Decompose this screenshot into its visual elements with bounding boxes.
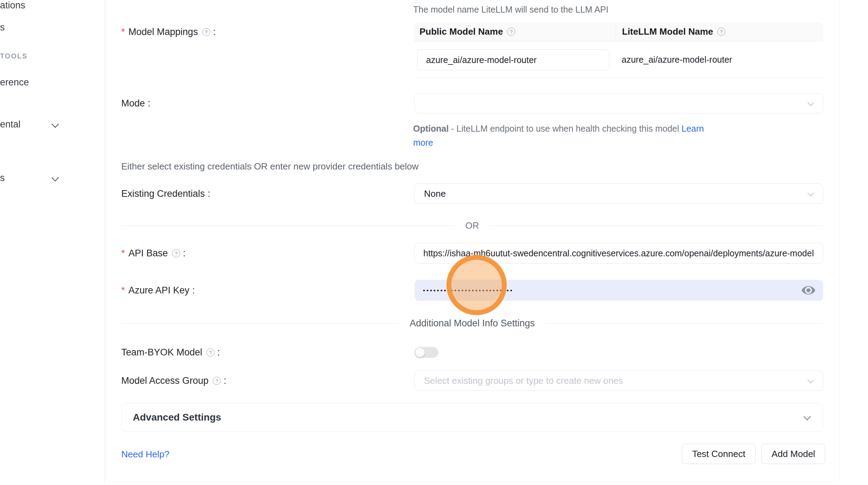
help-icon[interactable] xyxy=(507,28,515,36)
sidebar-section-tools: TOOLS xyxy=(0,51,28,61)
column-header-litellm-model-name: LiteLLM Model Name xyxy=(616,26,725,37)
add-model-button[interactable]: Add Model xyxy=(761,444,825,464)
help-icon[interactable] xyxy=(206,348,214,356)
required-asterisk: * xyxy=(121,248,125,259)
sidebar-section-label: TOOLS xyxy=(0,52,28,60)
chevron-down-icon xyxy=(807,99,814,106)
mode-helper-text: Optional - LiteLLM endpoint to use when … xyxy=(413,122,715,150)
credentials-note: Either select existing credentials OR en… xyxy=(121,161,418,172)
button-label: Add Model xyxy=(772,449,815,459)
help-icon[interactable] xyxy=(717,28,725,36)
model-access-group-label: Model Access Group : xyxy=(121,374,226,388)
label-text: Team-BYOK Model xyxy=(121,347,202,358)
column-divider xyxy=(616,26,616,37)
table-row: azure_ai/azure-model-router xyxy=(414,42,823,78)
label-colon: : xyxy=(183,248,186,259)
or-divider: OR xyxy=(121,220,823,231)
sidebar-item-organizations[interactable]: ations xyxy=(0,0,25,12)
label-colon: : xyxy=(224,375,226,386)
label-text: Existing Credentials xyxy=(121,188,205,199)
chevron-down-icon xyxy=(804,413,811,420)
column-header-public-model-name: Public Model Name xyxy=(414,26,616,37)
chevron-down-icon xyxy=(807,377,814,383)
mode-label: Mode : xyxy=(121,96,150,110)
help-icon[interactable] xyxy=(202,28,210,36)
api-base-input[interactable] xyxy=(415,243,823,264)
sidebar-item-settings[interactable]: s xyxy=(0,172,5,184)
table-header-row: Public Model Name LiteLLM Model Name xyxy=(414,22,823,42)
label-colon: : xyxy=(217,347,220,358)
label-text: Model Access Group xyxy=(121,375,209,386)
helper-text: - LiteLLM endpoint to use when health ch… xyxy=(449,124,681,133)
label-text: API Base xyxy=(129,248,168,259)
label-text: Mode xyxy=(121,98,145,109)
or-divider-text: OR xyxy=(465,220,479,231)
select-value: None xyxy=(424,188,446,199)
litellm-model-name-value: azure_ai/azure-model-router xyxy=(622,55,732,65)
azure-api-key-input[interactable]: •••••••••••••••••••••••••• xyxy=(415,280,823,301)
model-mappings-table: Public Model Name LiteLLM Model Name azu… xyxy=(414,22,823,78)
additional-settings-divider: Additional Model Info Settings xyxy=(121,318,823,328)
sidebar-item-api-reference[interactable]: erence xyxy=(0,76,29,89)
sidebar-item-label: ations xyxy=(0,0,25,11)
need-help-link[interactable]: Need Help? xyxy=(121,449,169,460)
label-colon: : xyxy=(213,27,216,37)
sidebar-item-label: s xyxy=(0,173,5,183)
label-text: Model Mappings xyxy=(129,27,198,37)
toggle-knob xyxy=(415,348,425,357)
button-label: Test Connect xyxy=(692,449,745,459)
team-byok-toggle[interactable] xyxy=(415,347,438,358)
model-access-group-select[interactable]: Select existing groups or type to create… xyxy=(415,370,823,391)
advanced-settings-panel[interactable]: Advanced Settings xyxy=(121,403,823,432)
existing-credentials-select[interactable]: None xyxy=(415,183,823,204)
chevron-down-icon xyxy=(52,120,59,128)
model-name-tooltip: The model name LiteLLM will send to the … xyxy=(413,5,608,15)
api-base-field-wrap xyxy=(415,243,823,264)
existing-credentials-label: Existing Credentials : xyxy=(121,187,210,201)
chevron-down-icon xyxy=(807,190,814,196)
test-connect-button[interactable]: Test Connect xyxy=(682,444,756,464)
help-icon[interactable] xyxy=(213,377,221,385)
helper-bold: Optional xyxy=(413,124,449,133)
model-mappings-label: * Model Mappings : xyxy=(121,25,216,39)
column-header-label: LiteLLM Model Name xyxy=(622,26,713,37)
help-icon[interactable] xyxy=(172,249,180,257)
mode-select[interactable] xyxy=(415,93,823,113)
section-divider-text: Additional Model Info Settings xyxy=(410,318,535,329)
add-model-form-card: The model name LiteLLM will send to the … xyxy=(105,0,840,483)
column-header-label: Public Model Name xyxy=(419,26,503,37)
azure-api-key-label: * Azure API Key : xyxy=(121,283,195,297)
advanced-settings-title: Advanced Settings xyxy=(133,412,804,423)
sidebar: ations s TOOLS erence ental s xyxy=(0,0,105,485)
sidebar-item-label: erence xyxy=(0,77,29,88)
team-byok-label: Team-BYOK Model : xyxy=(121,345,220,359)
chevron-down-icon xyxy=(52,174,59,181)
required-asterisk: * xyxy=(121,285,125,296)
sidebar-item-label: ental xyxy=(0,119,21,130)
label-colon: : xyxy=(148,98,151,109)
sidebar-item-label: s xyxy=(0,22,5,33)
required-asterisk: * xyxy=(121,27,125,37)
label-colon: : xyxy=(192,285,195,296)
label-colon: : xyxy=(208,188,211,199)
select-placeholder: Select existing groups or type to create… xyxy=(424,375,623,386)
label-text: Azure API Key xyxy=(129,285,190,296)
eye-icon[interactable] xyxy=(801,285,815,296)
public-model-name-input[interactable] xyxy=(417,49,609,70)
sidebar-item-users[interactable]: s xyxy=(0,21,5,34)
api-base-label: * API Base : xyxy=(121,246,186,260)
masked-password-dots: •••••••••••••••••••••••••• xyxy=(423,287,514,294)
sidebar-item-experimental[interactable]: ental xyxy=(0,118,21,131)
